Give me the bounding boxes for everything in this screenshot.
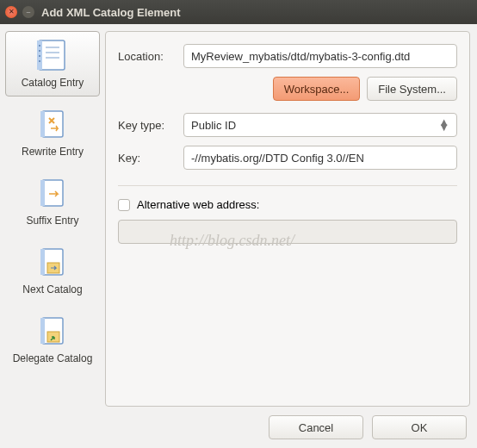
svg-rect-17 [40,318,45,344]
rewrite-entry-icon [34,106,71,142]
dialog-content: Catalog Entry Rewrite Entry Suffix Entry… [0,24,477,407]
close-button[interactable]: ✕ [5,6,17,18]
sidebar-item-catalog-entry[interactable]: Catalog Entry [5,31,100,96]
keytype-select[interactable]: Public ID ▲▼ [183,113,457,137]
ok-button[interactable]: OK [372,415,467,439]
svg-point-2 [39,45,40,47]
sidebar-item-rewrite-entry[interactable]: Rewrite Entry [5,100,100,165]
sidebar: Catalog Entry Rewrite Entry Suffix Entry… [0,24,105,407]
svg-point-5 [39,60,40,62]
window-title: Add XML Catalog Element [41,6,181,19]
svg-rect-9 [42,111,63,137]
svg-rect-11 [42,180,63,206]
main-panel: Location: Workspace... File System... Ke… [105,31,470,407]
sidebar-item-label: Delegate Catalog [13,352,93,364]
sidebar-item-suffix-entry[interactable]: Suffix Entry [5,169,100,234]
alt-address-label: Alternative web address: [137,198,259,211]
sidebar-item-label: Next Catalog [22,283,82,296]
catalog-entry-icon [34,37,71,73]
suffix-entry-icon [34,175,71,211]
stepper-icon: ▲▼ [438,120,449,130]
svg-rect-12 [40,180,45,206]
key-input[interactable] [183,146,457,170]
workspace-button[interactable]: Workspace... [273,77,361,101]
svg-point-3 [39,50,40,52]
location-input[interactable] [183,44,457,68]
next-catalog-icon [34,244,71,280]
svg-rect-10 [40,111,45,137]
svg-rect-0 [39,40,65,70]
dialog-footer: Cancel OK [0,407,477,448]
keytype-label: Key type: [118,119,183,132]
key-label: Key: [118,152,183,165]
file-system-button[interactable]: File System... [367,77,457,101]
window-controls: ✕ – [5,6,34,18]
svg-point-4 [39,55,40,57]
delegate-catalog-icon [34,313,71,349]
title-bar: ✕ – Add XML Catalog Element [0,0,477,24]
keytype-value: Public ID [191,119,236,132]
sidebar-item-label: Rewrite Entry [22,146,84,158]
cancel-button[interactable]: Cancel [269,415,363,439]
alt-address-checkbox[interactable] [118,199,130,211]
minimize-icon: – [27,9,30,16]
location-label: Location: [118,50,183,63]
close-icon: ✕ [9,9,15,16]
sidebar-item-next-catalog[interactable]: Next Catalog [5,238,100,303]
svg-rect-14 [40,249,45,275]
alt-address-input [118,220,457,244]
sidebar-item-delegate-catalog[interactable]: Delegate Catalog [5,307,100,372]
sidebar-item-label: Suffix Entry [26,215,78,227]
sidebar-item-label: Catalog Entry [22,77,84,89]
minimize-button[interactable]: – [22,6,34,18]
